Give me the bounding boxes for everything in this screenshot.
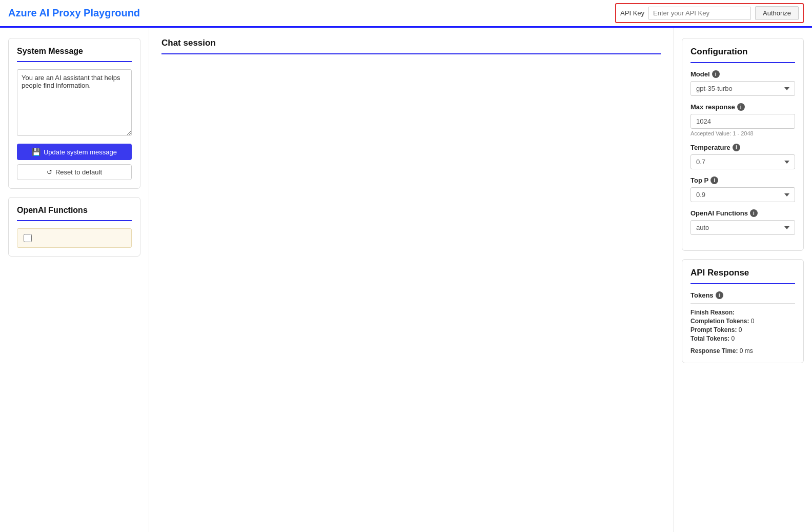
openai-functions-config-select[interactable]: auto none xyxy=(691,220,795,235)
model-label: Model i xyxy=(691,70,795,78)
openai-functions-config-field: OpenAI Functions i auto none xyxy=(691,209,795,235)
response-time-label: Response Time: xyxy=(691,347,738,354)
top-p-select[interactable]: 0.9 0.5 1.0 xyxy=(691,187,795,202)
update-system-message-label: Update system message xyxy=(44,148,117,156)
right-panel: Configuration Model i gpt-35-turbo gpt-4… xyxy=(674,28,812,532)
api-response-title: API Response xyxy=(691,268,795,278)
system-message-title: System Message xyxy=(17,47,132,56)
configuration-card: Configuration Model i gpt-35-turbo gpt-4… xyxy=(682,38,804,251)
chat-session-title: Chat session xyxy=(161,38,661,48)
openai-functions-divider xyxy=(17,220,132,221)
main-layout: System Message You are an AI assistant t… xyxy=(0,28,812,532)
api-response-divider xyxy=(691,283,795,284)
temperature-select[interactable]: 0.7 0.5 1.0 xyxy=(691,154,795,169)
chat-divider xyxy=(161,53,661,54)
temperature-info-icon: i xyxy=(733,144,740,151)
total-tokens-value: 0 xyxy=(732,335,735,342)
openai-functions-config-info-icon: i xyxy=(750,209,758,217)
response-time-row: Response Time: 0 ms xyxy=(691,347,795,354)
top-p-field: Top P i 0.9 0.5 1.0 xyxy=(691,176,795,202)
prompt-tokens-value: 0 xyxy=(739,326,742,333)
temperature-field: Temperature i 0.7 0.5 1.0 xyxy=(691,144,795,169)
model-select[interactable]: gpt-35-turbo gpt-4 gpt-4-32k xyxy=(691,81,795,96)
update-system-message-button[interactable]: 💾 Update system message xyxy=(17,144,132,160)
finish-reason-label: Finish Reason: xyxy=(691,309,735,316)
model-field: Model i gpt-35-turbo gpt-4 gpt-4-32k xyxy=(691,70,795,96)
finish-reason-row: Finish Reason: xyxy=(691,309,795,316)
openai-functions-card: OpenAI Functions xyxy=(8,197,140,257)
api-key-area: API Key Authorize xyxy=(615,3,804,23)
completion-tokens-row: Completion Tokens: 0 xyxy=(691,318,795,325)
completion-tokens-value: 0 xyxy=(751,318,755,325)
prompt-tokens-label: Prompt Tokens: xyxy=(691,326,737,333)
max-response-field: Max response i Accepted Value: 1 - 2048 xyxy=(691,103,795,136)
temperature-label: Temperature i xyxy=(691,144,795,151)
configuration-divider xyxy=(691,62,795,63)
api-key-input[interactable] xyxy=(648,7,751,19)
max-response-label: Max response i xyxy=(691,103,795,111)
max-response-input[interactable] xyxy=(691,114,795,129)
left-panel: System Message You are an AI assistant t… xyxy=(0,28,149,532)
system-message-divider xyxy=(17,61,132,62)
reset-to-default-label: Reset to default xyxy=(55,168,102,176)
top-p-label: Top P i xyxy=(691,176,795,184)
openai-functions-checkbox-area xyxy=(17,228,132,248)
prompt-tokens-row: Prompt Tokens: 0 xyxy=(691,326,795,333)
tokens-title: Tokens i xyxy=(691,291,795,299)
openai-functions-checkbox[interactable] xyxy=(24,234,32,242)
total-tokens-row: Total Tokens: 0 xyxy=(691,335,795,342)
system-message-card: System Message You are an AI assistant t… xyxy=(8,38,140,189)
api-response-card: API Response Tokens i Finish Reason: Com… xyxy=(682,259,804,363)
total-tokens-label: Total Tokens: xyxy=(691,335,729,342)
system-message-textarea[interactable]: You are an AI assistant that helps peopl… xyxy=(17,69,132,136)
app-title: Azure AI Proxy Playground xyxy=(8,7,140,19)
response-time-value: 0 ms xyxy=(740,347,753,354)
center-panel: Chat session xyxy=(149,28,674,532)
authorize-button[interactable]: Authorize xyxy=(755,6,799,20)
max-response-info-icon: i xyxy=(737,103,745,111)
model-info-icon: i xyxy=(712,70,720,78)
save-icon: 💾 xyxy=(32,148,40,156)
openai-functions-title: OpenAI Functions xyxy=(17,206,132,215)
openai-functions-config-label: OpenAI Functions i xyxy=(691,209,795,217)
tokens-info-icon: i xyxy=(716,291,723,299)
configuration-title: Configuration xyxy=(691,47,795,57)
tokens-section: Tokens i Finish Reason: Completion Token… xyxy=(691,291,795,354)
tokens-divider xyxy=(691,303,795,304)
reset-icon: ↺ xyxy=(47,168,52,176)
chat-area xyxy=(161,63,661,522)
max-response-hint: Accepted Value: 1 - 2048 xyxy=(691,130,795,136)
top-p-info-icon: i xyxy=(710,176,718,184)
completion-tokens-label: Completion Tokens: xyxy=(691,318,749,325)
reset-to-default-button[interactable]: ↺ Reset to default xyxy=(17,164,132,180)
api-key-label: API Key xyxy=(620,9,644,17)
